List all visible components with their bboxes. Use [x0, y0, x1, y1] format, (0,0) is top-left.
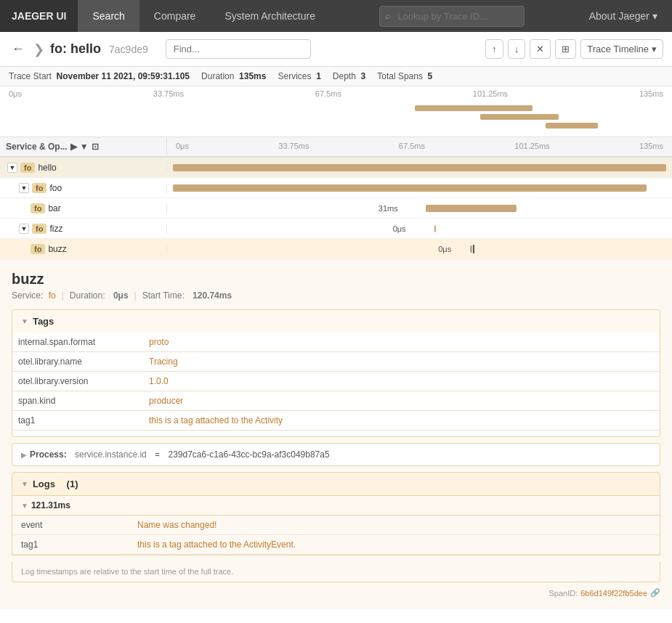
next-result-button[interactable]: ↓ [508, 39, 526, 59]
process-label: Process: [30, 449, 67, 460]
timeline-view-button[interactable]: Trace Timeline ▾ [580, 39, 663, 59]
trace-id: 7ac9de9 [109, 44, 148, 55]
span-row[interactable]: fo buzz 0μs [0, 239, 672, 259]
logs-triangle-icon: ▼ [21, 480, 28, 488]
trace-tools: ↑ ↓ ✕ ⊞ Trace Timeline ▾ [485, 39, 663, 59]
timeline-bars [9, 101, 663, 133]
trace-header: ← ❯ fo: hello 7ac9de9 ↑ ↓ ✕ ⊞ Trace Time… [0, 32, 672, 67]
nav-system-architecture[interactable]: System Architecture [210, 0, 330, 32]
log-value: Name was changed! [129, 516, 660, 535]
close-find-button[interactable]: ✕ [530, 39, 551, 59]
span-op: buzz [48, 244, 66, 254]
log-key: tag1 [12, 535, 129, 555]
col-service-header: Service & Op... ▶ ▼ ⊡ [0, 137, 167, 156]
span-svc-badge: fo [31, 203, 45, 213]
sep1: | [62, 290, 64, 301]
span-row[interactable]: fo bar 31ms [0, 198, 672, 219]
tag-key: internal.span.format [12, 333, 143, 352]
log-entries-table: event Name was changed! tag1 this is a t… [12, 516, 660, 555]
span-op: fizz [49, 224, 62, 234]
span-duration-label: 0μs [438, 245, 451, 253]
col-timeline-header: 0μs 33.75ms 67.5ms 101.25ms 135ms [167, 137, 672, 156]
span-id-value[interactable]: 6b6d149f22fb5dee [580, 589, 647, 598]
tg-bar-3 [546, 123, 598, 129]
span-toggle[interactable]: ▼ [19, 224, 29, 234]
span-op: bar [48, 203, 60, 213]
axis-t1: 33.75ms [153, 89, 184, 98]
log-entry-header[interactable]: ▼ 121.31ms [12, 496, 660, 516]
nav-compare[interactable]: Compare [139, 0, 211, 32]
trace-title: fo: hello 7ac9de9 [50, 41, 148, 57]
col-expand-icon[interactable]: ▼ [80, 142, 89, 152]
tg-bar-2 [480, 114, 559, 120]
detail-start-time: Start Time: 120.74ms [142, 290, 232, 301]
span-op: hello [38, 163, 56, 173]
span-op: foo [49, 183, 62, 193]
span-bar [173, 164, 666, 171]
detail-service-label: Service: fo [12, 290, 56, 301]
log-value: this is a tag attached to the ActivityEv… [129, 535, 660, 555]
tags-triangle-icon: ▼ [21, 317, 28, 325]
span-bar-cell [167, 178, 672, 198]
top-nav: JAEGER UI Search Compare System Architec… [0, 0, 672, 32]
tags-table: internal.span.format proto otel.library.… [12, 333, 660, 431]
spans-area: ▼ fo hello ▼ fo foo [0, 158, 672, 609]
timeline-axis: 0μs 33.75ms 67.5ms 101.25ms 135ms [0, 86, 672, 98]
span-bar-cell: 0μs [167, 219, 672, 238]
process-row[interactable]: ▶ Process: service.instance.id = 239d7ca… [12, 443, 660, 466]
trace-find-area [166, 39, 479, 59]
process-key: service.instance.id [75, 449, 147, 460]
depth-meta: Depth 3 [333, 71, 365, 81]
nav-about[interactable]: About Jaeger ▾ [575, 0, 672, 32]
axis-t2: 67.5ms [315, 89, 341, 98]
log-note: Log timestamps are relative to the start… [12, 561, 660, 582]
span-row[interactable]: ▼ fo hello [0, 158, 672, 178]
nav-search-area: ⌕ [330, 6, 575, 27]
span-marker [473, 245, 474, 253]
span-label: ▼ fo fizz [0, 224, 167, 234]
find-input[interactable] [166, 39, 311, 59]
tag-key: otel.library.version [12, 372, 143, 391]
nav-search[interactable]: Search [78, 0, 139, 32]
tag-row: otel.library.name Tracing [12, 352, 660, 372]
total-spans-meta: Total Spans 5 [377, 71, 432, 81]
span-toggle[interactable]: ▼ [7, 163, 17, 173]
col-header-row: Service & Op... ▶ ▼ ⊡ 0μs 33.75ms 67.5ms… [0, 137, 672, 158]
tag-key: otel.library.name [12, 352, 143, 372]
log-table: event Name was changed! tag1 this is a t… [12, 516, 660, 555]
brand[interactable]: JAEGER UI [0, 0, 78, 32]
prev-result-button[interactable]: ↑ [485, 39, 503, 59]
axis-t0: 0μs [9, 89, 22, 98]
span-id-link-icon[interactable]: 🔗 [650, 588, 660, 598]
span-id-label: SpanID: [548, 589, 578, 598]
detail-service-link[interactable]: fo [49, 290, 56, 301]
tag-row: otel.library.version 1.0.0 [12, 372, 660, 391]
graph-view-button[interactable]: ⊞ [555, 39, 576, 59]
logs-section: ▼ Logs (1) ▼ 121.31ms event Name was cha… [12, 472, 660, 582]
span-bar [434, 225, 436, 232]
tag-value: producer [143, 391, 660, 411]
col-sort-icon[interactable]: ▶ [70, 142, 77, 152]
tags-section: ▼ Tags internal.span.format proto otel.l… [12, 309, 660, 437]
lookup-search-icon: ⌕ [385, 11, 390, 21]
logs-header[interactable]: ▼ Logs (1) [12, 472, 660, 496]
span-toggle[interactable]: ▼ [19, 183, 29, 193]
span-duration-label: 0μs [393, 224, 406, 233]
span-svc-badge: fo [20, 163, 35, 173]
span-id-row: SpanID: 6b6d149f22fb5dee 🔗 [12, 588, 660, 598]
trace-meta: Trace Start November 11 2021, 09:59:31.1… [0, 67, 672, 86]
span-bar [426, 205, 517, 212]
span-row[interactable]: ▼ fo fizz 0μs [0, 219, 672, 239]
span-label: ▼ fo hello [0, 163, 167, 173]
tags-section-header[interactable]: ▼ Tags [12, 310, 660, 333]
back-button[interactable]: ← [9, 38, 28, 60]
span-bar-cell: 31ms [167, 198, 672, 218]
span-row[interactable]: ▼ fo foo [0, 178, 672, 198]
span-label: fo bar [0, 203, 167, 213]
main-content: Service & Op... ▶ ▼ ⊡ 0μs 33.75ms 67.5ms… [0, 137, 672, 609]
trace-id-input[interactable] [379, 6, 525, 27]
col-collapse-icon[interactable]: ⊡ [92, 142, 99, 152]
trace-start: Trace Start November 11 2021, 09:59:31.1… [9, 71, 190, 81]
span-bar-cell: 0μs [167, 239, 672, 258]
tag-row: tag1 this is a tag attached to the Activ… [12, 411, 660, 431]
